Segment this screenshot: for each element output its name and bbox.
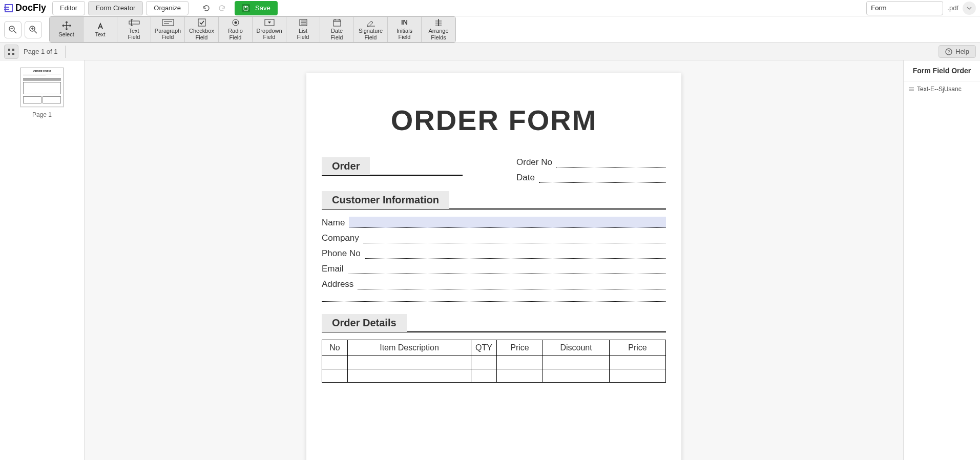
svg-rect-1 [4,7,9,8]
svg-rect-18 [198,19,205,26]
file-extension: .pdf [947,4,958,12]
label-date: Date [516,173,535,183]
app-logo: DocFly [4,3,46,13]
field-address-2[interactable] [322,295,666,302]
right-panel-title: Form Field Order [904,60,980,81]
drag-handle-icon [909,87,914,92]
text-field-icon [129,19,140,27]
tab-organize[interactable]: Organize [146,1,189,15]
radio-icon [232,18,240,27]
redo-button[interactable] [215,1,230,15]
svg-rect-35 [8,49,10,51]
save-icon [242,4,250,12]
file-menu-caret[interactable] [963,2,976,15]
label-email: Email [322,264,344,274]
save-button[interactable]: Save [235,1,278,15]
svg-rect-37 [8,53,10,55]
tool-date-field[interactable]: DateField [320,17,354,42]
tool-signature-field[interactable]: SignatureField [354,17,388,42]
help-icon: ? [945,48,952,55]
list-icon [299,19,307,27]
zoom-in-button[interactable] [25,21,42,38]
svg-rect-15 [162,19,174,26]
zoom-out-icon [8,25,17,34]
initials-icon: IN [401,19,408,27]
dropdown-icon [264,19,275,27]
svg-rect-0 [5,5,12,12]
chevron-down-icon [967,7,972,10]
svg-text:?: ? [948,49,950,54]
col-discount: Discount [543,340,610,356]
svg-rect-11 [129,21,139,24]
order-details-table: No Item Description QTY Price Discount P… [322,340,666,383]
tool-text[interactable]: Text [84,17,117,42]
filename-input[interactable] [866,1,943,15]
svg-rect-26 [333,20,341,26]
signature-icon [366,18,376,27]
svg-point-20 [234,22,237,24]
label-phone: Phone No [322,248,361,259]
page-thumbnail-1[interactable]: ORDER FORM [20,68,64,107]
move-icon [62,21,71,30]
arrange-icon [434,18,443,27]
page-indicator: Page 1 of 1 [24,48,58,55]
tool-radio-field[interactable]: RadioField [219,17,253,42]
svg-rect-3 [245,6,246,8]
tool-checkbox-field[interactable]: CheckboxField [185,17,219,42]
col-desc: Item Description [348,340,471,356]
tool-list-field[interactable]: ListField [286,17,320,42]
field-email[interactable] [348,267,666,274]
svg-line-8 [34,31,37,33]
tool-text-field[interactable]: TextField [117,17,151,42]
svg-line-5 [14,31,16,33]
brand-text: DocFly [15,3,46,13]
section-details: Order Details [322,314,407,332]
svg-rect-36 [12,49,14,51]
tool-select[interactable]: Select [50,17,84,42]
section-customer: Customer Information [322,191,449,209]
zoom-in-icon [29,25,38,34]
thumbnails-toggle[interactable] [4,45,18,59]
tab-editor[interactable]: Editor [52,1,85,15]
tab-form-creator[interactable]: Form Creator [88,1,143,15]
field-phone[interactable] [365,252,666,259]
save-label: Save [255,4,270,12]
field-address[interactable] [358,282,666,289]
field-company[interactable] [363,236,666,243]
label-name: Name [322,218,345,228]
tool-paragraph-field[interactable]: ParagraphField [151,17,185,42]
tool-initials-field[interactable]: IN InitialsField [388,17,422,42]
grid-icon [8,48,15,55]
text-icon [96,21,105,30]
tool-arrange-fields[interactable]: ArrangeFields [422,17,455,42]
col-qty: QTY [471,340,497,356]
svg-rect-38 [12,53,14,55]
canvas[interactable]: ORDER FORM Order Order No Date Customer … [85,60,903,460]
help-button[interactable]: ? Help [939,45,976,58]
calendar-icon [333,18,341,27]
section-order: Order [322,157,370,175]
field-date[interactable] [539,176,666,183]
zoom-out-button[interactable] [4,21,22,38]
field-order-no[interactable] [556,160,666,168]
col-price: Price [497,340,543,356]
table-row[interactable] [322,356,666,369]
table-row[interactable] [322,369,666,383]
label-address: Address [322,279,353,289]
label-order-no: Order No [516,157,552,168]
doc-title: ORDER FORM [322,103,666,137]
checkbox-icon [198,18,206,27]
col-no: No [322,340,348,356]
thumbnail-label: Page 1 [32,111,52,118]
paragraph-field-icon [162,19,174,27]
field-order-item[interactable]: Text-E--SjUsanc [904,81,980,97]
tool-dropdown-field[interactable]: DropdownField [253,17,286,42]
document-page[interactable]: ORDER FORM Order Order No Date Customer … [306,73,681,460]
label-company: Company [322,233,359,243]
svg-rect-2 [4,9,9,10]
text-field-name[interactable] [349,217,666,228]
col-price2: Price [610,340,666,356]
undo-button[interactable] [199,1,213,15]
